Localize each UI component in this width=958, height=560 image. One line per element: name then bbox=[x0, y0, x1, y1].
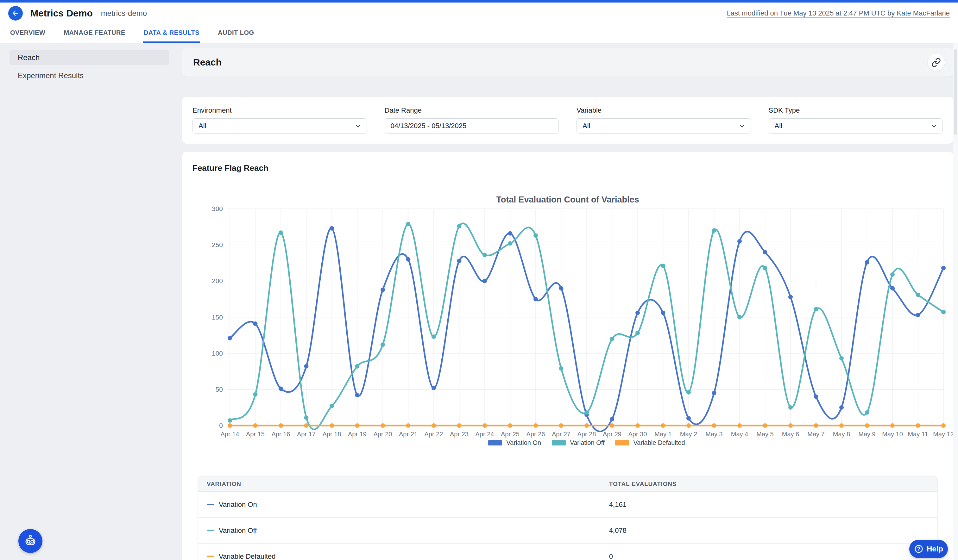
data-point[interactable] bbox=[814, 394, 818, 399]
data-point[interactable] bbox=[584, 423, 589, 428]
scrollbar-thumb[interactable] bbox=[954, 49, 957, 135]
data-point[interactable] bbox=[635, 331, 640, 335]
data-point[interactable] bbox=[533, 297, 538, 301]
data-point[interactable] bbox=[253, 392, 258, 397]
data-point[interactable] bbox=[228, 336, 232, 340]
data-point[interactable] bbox=[406, 423, 411, 428]
data-point[interactable] bbox=[610, 337, 614, 341]
data-point[interactable] bbox=[330, 226, 334, 231]
legend-item-variation-off[interactable]: Variation Off bbox=[552, 439, 604, 446]
data-point[interactable] bbox=[686, 416, 691, 421]
data-point[interactable] bbox=[253, 423, 258, 428]
data-point[interactable] bbox=[839, 356, 844, 361]
data-point[interactable] bbox=[457, 258, 462, 263]
data-point[interactable] bbox=[610, 423, 614, 428]
tab-manage-feature[interactable]: MANAGE FEATURE bbox=[63, 24, 126, 43]
data-point[interactable] bbox=[304, 415, 309, 420]
data-point[interactable] bbox=[814, 307, 818, 311]
data-point[interactable] bbox=[916, 313, 920, 317]
data-point[interactable] bbox=[738, 315, 742, 320]
data-point[interactable] bbox=[508, 241, 512, 246]
data-point[interactable] bbox=[788, 295, 793, 299]
data-point[interactable] bbox=[839, 423, 844, 428]
data-point[interactable] bbox=[304, 364, 309, 369]
environment-select[interactable]: All bbox=[192, 118, 367, 133]
data-point[interactable] bbox=[457, 423, 462, 428]
data-point[interactable] bbox=[457, 224, 462, 228]
data-point[interactable] bbox=[279, 230, 283, 235]
data-point[interactable] bbox=[814, 423, 818, 428]
data-point[interactable] bbox=[355, 393, 360, 397]
data-point[interactable] bbox=[890, 423, 895, 428]
data-point[interactable] bbox=[559, 366, 563, 371]
data-point[interactable] bbox=[330, 404, 334, 408]
data-point[interactable] bbox=[482, 253, 487, 257]
data-point[interactable] bbox=[431, 334, 436, 339]
table-row[interactable]: Variation Off4,078 bbox=[198, 517, 937, 544]
data-point[interactable] bbox=[839, 405, 844, 410]
back-button[interactable] bbox=[8, 6, 23, 21]
data-point[interactable] bbox=[228, 418, 232, 423]
table-row[interactable]: Variable Defaulted0 bbox=[198, 544, 937, 560]
tab-audit-log[interactable]: AUDIT LOG bbox=[217, 24, 255, 43]
date-range-input[interactable]: 04/13/2025 - 05/13/2025 bbox=[385, 118, 559, 133]
sidebar-item-experiment-results[interactable]: Experiment Results bbox=[10, 68, 170, 83]
tab-data-results[interactable]: DATA & RESULTS bbox=[143, 24, 200, 43]
data-point[interactable] bbox=[865, 423, 869, 428]
data-point[interactable] bbox=[890, 286, 895, 290]
sdk-type-select[interactable]: All bbox=[769, 118, 943, 133]
data-point[interactable] bbox=[508, 423, 512, 428]
data-point[interactable] bbox=[941, 423, 946, 428]
data-point[interactable] bbox=[355, 423, 360, 428]
data-point[interactable] bbox=[330, 423, 334, 428]
data-point[interactable] bbox=[431, 423, 436, 428]
variable-select[interactable]: All bbox=[576, 118, 751, 133]
data-point[interactable] bbox=[788, 423, 793, 428]
data-point[interactable] bbox=[381, 288, 385, 292]
data-point[interactable] bbox=[712, 423, 717, 428]
data-point[interactable] bbox=[355, 364, 360, 369]
data-point[interactable] bbox=[738, 423, 742, 428]
assistant-button[interactable] bbox=[18, 529, 43, 553]
data-point[interactable] bbox=[533, 233, 538, 237]
tab-overview[interactable]: OVERVIEW bbox=[10, 24, 46, 43]
legend-item-variation-on[interactable]: Variation On bbox=[488, 439, 541, 446]
data-point[interactable] bbox=[431, 386, 436, 390]
data-point[interactable] bbox=[916, 293, 920, 297]
data-point[interactable] bbox=[890, 272, 895, 277]
data-point[interactable] bbox=[788, 405, 793, 410]
data-point[interactable] bbox=[559, 286, 563, 290]
data-point[interactable] bbox=[635, 423, 640, 428]
data-point[interactable] bbox=[865, 260, 869, 264]
data-point[interactable] bbox=[584, 410, 589, 415]
data-point[interactable] bbox=[610, 417, 614, 421]
table-row[interactable]: Variation On4,161 bbox=[198, 492, 937, 517]
data-point[interactable] bbox=[661, 264, 666, 268]
data-point[interactable] bbox=[406, 257, 411, 262]
data-point[interactable] bbox=[508, 231, 512, 236]
legend-item-variable-defaulted[interactable]: Variable Defaulted bbox=[615, 439, 685, 446]
data-point[interactable] bbox=[279, 423, 283, 428]
data-point[interactable] bbox=[865, 410, 869, 415]
data-point[interactable] bbox=[661, 423, 666, 428]
data-point[interactable] bbox=[482, 423, 487, 428]
data-point[interactable] bbox=[763, 250, 768, 255]
data-point[interactable] bbox=[559, 423, 563, 428]
data-point[interactable] bbox=[661, 311, 666, 315]
sidebar-item-reach[interactable]: Reach bbox=[10, 50, 170, 65]
help-button[interactable]: Help bbox=[909, 540, 948, 558]
data-point[interactable] bbox=[381, 342, 385, 347]
data-point[interactable] bbox=[738, 239, 742, 244]
data-point[interactable] bbox=[763, 266, 768, 270]
data-point[interactable] bbox=[712, 228, 717, 233]
data-point[interactable] bbox=[533, 423, 538, 428]
data-point[interactable] bbox=[279, 387, 283, 391]
data-point[interactable] bbox=[686, 390, 691, 394]
data-point[interactable] bbox=[253, 321, 258, 326]
data-point[interactable] bbox=[916, 423, 920, 428]
data-point[interactable] bbox=[712, 391, 717, 395]
scrollbar-track[interactable] bbox=[953, 43, 958, 560]
data-point[interactable] bbox=[482, 279, 487, 283]
data-point[interactable] bbox=[941, 266, 946, 270]
data-point[interactable] bbox=[635, 311, 640, 315]
